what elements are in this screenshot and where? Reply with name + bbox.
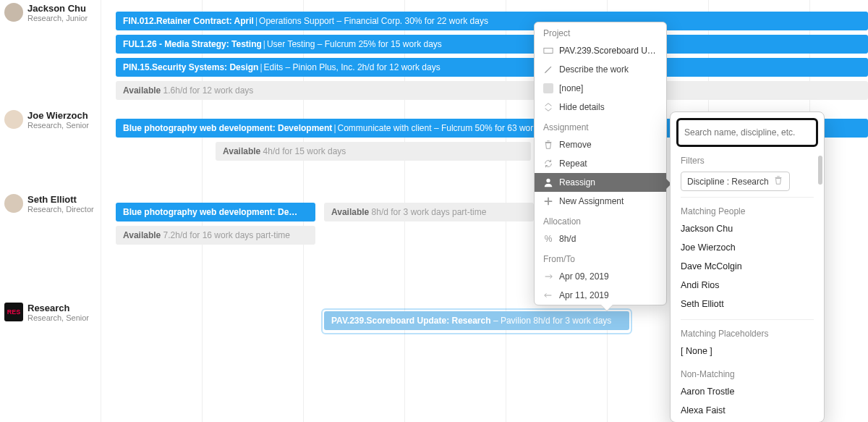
assignment-bar[interactable]: FIN.012.Retainer Contract: April|Operati… [116,12,868,30]
menu-repeat[interactable]: Repeat [535,154,666,173]
list-item[interactable]: Andi Rios [671,276,824,295]
svg-rect-0 [544,48,553,54]
avatar [4,110,23,129]
color-swatch-icon [543,83,553,93]
search-input-wrap [676,118,818,147]
trash-icon [543,140,553,150]
menu-to-date[interactable]: Apr 11, 2019 [535,286,666,305]
date-start-icon [543,271,553,282]
avatar: RES [4,303,23,321]
person-icon [543,177,553,187]
plus-icon [543,196,553,206]
availability-bar[interactable]: Available 1.6h/d for 12 work days [116,81,868,100]
search-input[interactable] [681,123,813,142]
repeat-icon [543,159,553,169]
section-header-matching-placeholders: Matching Placeholders [671,326,824,342]
person-role: Research, Senior [27,121,89,130]
list-item[interactable]: Alexa Faist [671,401,824,420]
section-header-project: Project [535,22,666,41]
assignment-context-menu: Project PAV.239.Scoreboard Updat… Descri… [534,22,667,305]
person-role: Research, Junior [27,14,88,22]
menu-reassign[interactable]: Reassign [535,173,666,192]
avatar [4,3,23,22]
list-item[interactable]: Joe Wierzoch [671,238,824,257]
filter-chip[interactable]: Discipline : Research [681,172,790,191]
date-end-icon [543,290,553,300]
section-header-fromto: From/To [535,248,666,267]
menu-from-date[interactable]: Apr 09, 2019 [535,267,666,286]
percent-icon: % [543,234,553,244]
menu-describe-work[interactable]: Describe the work [535,60,666,79]
person-name[interactable]: Seth Elliott [27,194,77,205]
menu-project-name[interactable]: PAV.239.Scoreboard Updat… [535,41,666,60]
section-header-assignment: Assignment [535,117,666,135]
reassign-panel: Filters Discipline : Research Matching P… [670,111,825,422]
section-header-allocation: Allocation [535,211,666,229]
person-role: Research, Senior [27,313,89,322]
section-header-nonmatching: Non-Matching [671,366,824,382]
trash-icon[interactable] [773,175,783,187]
list-item[interactable]: Jackson Chu [671,219,824,238]
list-item[interactable]: Dave McColgin [671,257,824,276]
svg-point-1 [546,179,550,182]
person-name[interactable]: Jackson Chu [27,3,86,14]
list-item[interactable]: Aaron Trostle [671,382,824,401]
person-name[interactable]: Research [27,303,70,313]
availability-bar[interactable]: Available 7.2h/d for 16 work days part-t… [116,226,315,245]
menu-hide-details[interactable]: Hide details [535,98,666,117]
assignment-bar[interactable]: Blue photography web development: De… [116,203,315,221]
list-item[interactable]: Seth Elliott [671,295,824,313]
assignment-bar[interactable]: PIN.15.Security Systems: Design|Edits – … [116,58,868,77]
pencil-icon [543,64,553,75]
availability-bar[interactable]: Available 8h/d for 3 work days part-time [324,203,534,221]
menu-remove[interactable]: Remove [535,135,666,154]
menu-allocation-value[interactable]: % 8h/d [535,229,666,248]
collapse-icon [543,102,553,112]
avatar [4,194,23,213]
scrollbar[interactable] [818,156,822,185]
person-name[interactable]: Joe Wierzoch [27,110,88,121]
section-header-filters: Filters [671,153,824,169]
section-header-matching-people: Matching People [671,203,824,219]
availability-bar[interactable]: Available 4h/d for 15 work days [216,142,531,161]
project-icon [543,46,553,56]
popover-arrow-icon [601,305,613,311]
assignment-bar-selected[interactable]: PAV.239.Scoreboard Update: Research – Pa… [324,311,629,330]
person-role: Research, Director [27,205,94,214]
menu-new-assignment[interactable]: New Assignment [535,192,666,211]
assignment-bar[interactable]: FUL1.26 - Media Strategy: Testing|User T… [116,35,868,54]
menu-color-none[interactable]: [none] [535,79,666,98]
list-item[interactable]: [ None ] [671,342,824,360]
